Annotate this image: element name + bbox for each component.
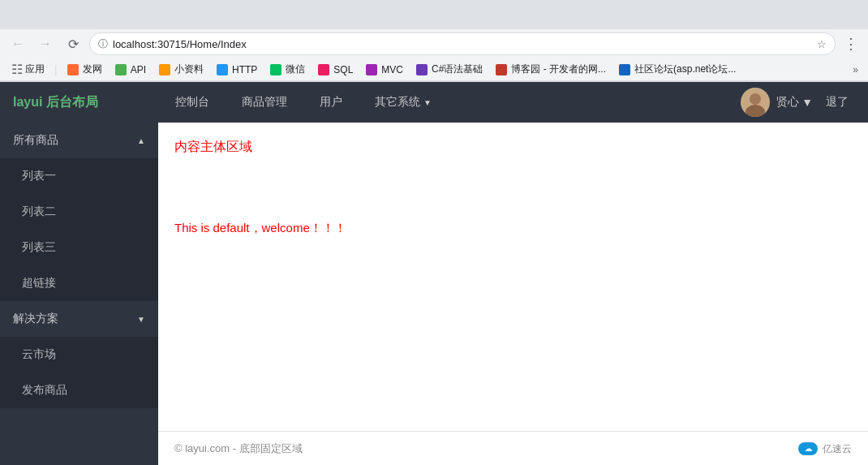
- brand-label: layui 后台布局: [13, 94, 159, 111]
- apps-icon: ☷: [11, 62, 23, 77]
- bookmark-api[interactable]: API: [110, 62, 151, 77]
- sidebar-subgroup-products: 列表一 列表二 列表三 超链接: [0, 158, 158, 301]
- user-section: 贤心 ▼ 退了: [741, 88, 855, 117]
- bookmark-label: 发网: [83, 62, 102, 76]
- bookmark-separator: |: [54, 63, 58, 76]
- bookmarks-more-button[interactable]: »: [849, 62, 862, 77]
- top-nav: layui 后台布局 控制台 商品管理 用户 其它系统 ▼: [0, 82, 868, 123]
- bookmark-http[interactable]: HTTP: [212, 62, 262, 77]
- user-dropdown-arrow: ▼: [801, 96, 813, 109]
- sidebar-group-all-products[interactable]: 所有商品 ▲: [0, 123, 158, 158]
- username-label[interactable]: 贤心 ▼: [776, 95, 813, 110]
- footer-right: ☁ 亿速云: [798, 442, 852, 456]
- svg-point-1: [750, 93, 761, 105]
- app-wrapper: layui 后台布局 控制台 商品管理 用户 其它系统 ▼: [0, 82, 868, 465]
- sidebar-item-list2[interactable]: 列表二: [0, 194, 158, 230]
- bookmark-label: SQL: [333, 64, 353, 75]
- avatar-image: [741, 88, 770, 117]
- bookmark-label: HTTP: [232, 64, 257, 75]
- refresh-button[interactable]: ⟳: [62, 32, 84, 55]
- bookmark-label: C#语法基础: [432, 62, 483, 76]
- bookmark-xiaozt[interactable]: 小资料: [154, 61, 208, 78]
- main-content: 所有商品 ▲ 列表一 列表二 列表三 超链接 解决方案: [0, 123, 868, 465]
- sql-favicon: [318, 64, 329, 75]
- sidebar-item-list3[interactable]: 列表三: [0, 230, 158, 265]
- sidebar-group-label: 所有商品: [13, 133, 58, 148]
- bookmark-sql[interactable]: SQL: [313, 62, 358, 77]
- content-title: 内容主体区域: [174, 139, 852, 156]
- content-message: This is default，welcome！！！: [174, 221, 852, 236]
- footer-copyright: © layui.com - 底部固定区域: [174, 441, 303, 456]
- avatar: [741, 88, 770, 117]
- sidebar-group-label: 解决方案: [13, 312, 58, 326]
- forward-button[interactable]: →: [34, 32, 57, 55]
- bookmark-fanet[interactable]: 发网: [62, 61, 107, 78]
- apps-label: 应用: [25, 62, 45, 76]
- tab-bar: [0, 0, 868, 29]
- sidebar-group-solutions[interactable]: 解决方案 ▼: [0, 301, 158, 337]
- fanet-favicon: [67, 64, 79, 75]
- bookmark-label: 博客园 - 开发者的网...: [511, 62, 606, 76]
- nav-dropdown-arrow: ▼: [423, 98, 432, 107]
- csharp-favicon: [416, 64, 428, 75]
- sidebar-item-publish-product[interactable]: 发布商品: [0, 372, 158, 408]
- nav-bar: ← → ⟳ ⓘ localhost:30715/Home/Index ☆ ⋮: [0, 29, 868, 58]
- bookmark-label: 社区论坛(asp.net论坛...: [634, 62, 736, 76]
- xiaozt-favicon: [159, 64, 170, 75]
- bookmark-cnblogs[interactable]: 博客园 - 开发者的网...: [491, 61, 611, 78]
- address-bar[interactable]: ⓘ localhost:30715/Home/Index ☆: [89, 32, 836, 55]
- sidebar-subgroup-solutions: 云市场 发布商品: [0, 337, 158, 408]
- back-button[interactable]: ←: [6, 32, 29, 55]
- content-body: 内容主体区域 This is default，welcome！！！: [158, 123, 868, 431]
- sidebar-group-arrow: ▲: [137, 136, 145, 145]
- browser-chrome: ← → ⟳ ⓘ localhost:30715/Home/Index ☆ ⋮ ☷…: [0, 0, 868, 82]
- api-favicon: [115, 64, 127, 75]
- bookmark-csharp[interactable]: C#语法基础: [411, 61, 488, 78]
- bookmark-label: API: [131, 64, 146, 75]
- cloud-label: 亿速云: [823, 442, 852, 456]
- sidebar-item-hyperlink[interactable]: 超链接: [0, 265, 158, 301]
- footer-brand: © layui.com - 底部固定区域: [174, 441, 303, 456]
- content-area: 内容主体区域 This is default，welcome！！！ © layu…: [158, 123, 868, 465]
- bookmark-star-icon[interactable]: ☆: [817, 38, 827, 50]
- bookmark-apps[interactable]: ☷ 应用: [6, 60, 49, 79]
- nav-dashboard[interactable]: 控制台: [159, 82, 226, 123]
- bookmark-mvc[interactable]: MVC: [361, 62, 408, 77]
- bookmark-aspnet[interactable]: 社区论坛(asp.net论坛...: [614, 61, 741, 78]
- bookmark-weixin[interactable]: 微信: [265, 61, 310, 78]
- sidebar-group-arrow: ▼: [137, 315, 145, 324]
- bookmark-label: MVC: [381, 64, 403, 75]
- logout-button[interactable]: 退了: [819, 95, 855, 110]
- sidebar-item-cloud-market[interactable]: 云市场: [0, 337, 158, 372]
- nav-users[interactable]: 用户: [303, 82, 359, 123]
- mvc-favicon: [366, 64, 377, 75]
- bookmarks-bar: ☷ 应用 | 发网 API 小资料 HTTP 微信 SQL: [0, 58, 868, 81]
- nav-other-systems[interactable]: 其它系统 ▼: [359, 82, 448, 123]
- cloud-logo-icon: ☁: [798, 442, 818, 455]
- bookmark-label: 小资料: [174, 62, 204, 76]
- cnblogs-favicon: [496, 64, 507, 75]
- chrome-menu-button[interactable]: ⋮: [840, 32, 862, 56]
- sidebar: 所有商品 ▲ 列表一 列表二 列表三 超链接 解决方案: [0, 123, 158, 465]
- content-footer: © layui.com - 底部固定区域 ☁ 亿速云: [158, 431, 868, 465]
- sidebar-item-list1[interactable]: 列表一: [0, 158, 158, 194]
- nav-products[interactable]: 商品管理: [226, 82, 303, 123]
- http-favicon: [217, 64, 228, 75]
- weixin-favicon: [270, 64, 281, 75]
- lock-icon: ⓘ: [98, 37, 108, 51]
- bookmark-label: 微信: [286, 62, 305, 76]
- aspnet-favicon: [619, 64, 630, 75]
- main-nav: 控制台 商品管理 用户 其它系统 ▼: [159, 82, 741, 123]
- url-text: localhost:30715/Home/Index: [113, 38, 812, 50]
